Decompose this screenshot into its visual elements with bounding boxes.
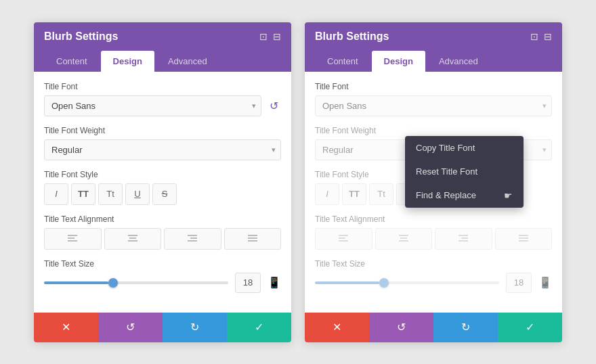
right-font-select-wrapper: Open Sans ▾ [315, 95, 552, 116]
right-panel: Blurb Settings ⊡ ⊟ Content Design Advanc… [305, 22, 562, 342]
svg-rect-6 [188, 235, 197, 236]
right-slider-thumb[interactable] [379, 278, 389, 288]
right-text-size-group: Title Text Size 📱 [315, 259, 552, 293]
left-font-weight-group: Title Font Weight Regular ▾ [44, 126, 281, 160]
panels-wrapper: Blurb Settings ⊡ ⊟ Content Design Advanc… [14, 2, 582, 363]
svg-rect-12 [339, 235, 348, 236]
right-slider-track[interactable] [315, 281, 499, 284]
context-menu: Copy Title Font Reset Title Font Find & … [405, 136, 524, 208]
collapse-icon[interactable]: ⊟ [273, 31, 281, 42]
left-font-select-wrapper: Open Sans ▾ [44, 95, 261, 116]
left-weight-select[interactable]: Regular [44, 139, 281, 160]
left-slider-track[interactable] [44, 281, 228, 284]
left-align-right-button[interactable] [164, 228, 221, 250]
right-align-left-button[interactable] [315, 228, 372, 250]
left-tab-content[interactable]: Content [44, 51, 100, 72]
svg-rect-9 [248, 235, 257, 236]
right-italic-button[interactable]: I [315, 183, 339, 205]
right-titlecase-button[interactable]: Tt [369, 183, 393, 205]
svg-rect-11 [248, 240, 257, 242]
maximize-icon[interactable]: ⊡ [259, 31, 268, 42]
svg-rect-1 [68, 237, 74, 239]
right-font-weight-label: Title Font Weight [315, 126, 552, 135]
left-align-left-button[interactable] [44, 228, 102, 250]
right-close-button[interactable]: ✕ [305, 313, 369, 342]
right-panel-title: Blurb Settings [315, 30, 389, 43]
right-align-justify-button[interactable] [495, 228, 553, 250]
left-panel: Blurb Settings ⊡ ⊟ Content Design Advanc… [34, 22, 291, 342]
right-redo-button[interactable]: ↻ [433, 313, 498, 342]
reset-title-font-label: Reset Title Font [416, 166, 477, 177]
left-save-button[interactable]: ✓ [227, 313, 291, 342]
right-size-input[interactable] [506, 273, 532, 293]
left-panel-header: Blurb Settings ⊡ ⊟ [34, 22, 291, 51]
copy-title-font-item[interactable]: Copy Title Font [405, 136, 524, 160]
svg-rect-7 [190, 237, 197, 239]
svg-rect-20 [459, 240, 468, 242]
left-close-button[interactable]: ✕ [34, 313, 98, 342]
left-undo-button[interactable]: ↺ [98, 313, 163, 342]
left-size-input[interactable] [235, 273, 261, 293]
left-panel-title: Blurb Settings [44, 30, 118, 43]
left-text-size-label: Title Text Size [44, 259, 281, 269]
svg-rect-3 [128, 235, 137, 236]
svg-rect-10 [248, 237, 257, 239]
left-align-center-button[interactable] [104, 228, 162, 250]
left-strikethrough-button[interactable]: S [152, 183, 177, 205]
find-replace-item[interactable]: Find & Replace ☛ [405, 183, 524, 208]
svg-rect-16 [400, 237, 407, 239]
svg-rect-19 [461, 237, 468, 239]
left-font-reset-button[interactable]: ↺ [267, 97, 281, 115]
left-title-font-label: Title Font [44, 82, 281, 91]
right-font-select[interactable]: Open Sans [315, 95, 552, 116]
left-uppercase-button[interactable]: TT [71, 183, 95, 205]
left-italic-button[interactable]: I [44, 183, 68, 205]
svg-rect-2 [68, 240, 77, 242]
left-text-size-group: Title Text Size 📱 [44, 259, 281, 293]
svg-rect-0 [68, 235, 77, 236]
left-tab-advanced[interactable]: Advanced [156, 51, 219, 72]
reset-title-font-item[interactable]: Reset Title Font [405, 160, 524, 183]
right-maximize-icon[interactable]: ⊡ [530, 31, 538, 42]
right-slider-fill [315, 281, 379, 284]
right-panel-footer: ✕ ↺ ↻ ✓ [305, 313, 562, 342]
left-align-justify-button[interactable] [224, 228, 282, 250]
left-tab-design[interactable]: Design [101, 51, 154, 72]
left-font-weight-label: Title Font Weight [44, 126, 281, 135]
right-collapse-icon[interactable]: ⊟ [544, 31, 552, 42]
left-size-row: 📱 [44, 273, 281, 293]
left-font-row: Open Sans ▾ ↺ [44, 95, 281, 116]
right-text-size-label: Title Text Size [315, 259, 552, 269]
right-text-align-group: Title Text Alignment [315, 214, 552, 250]
left-underline-button[interactable]: U [125, 183, 150, 205]
left-redo-button[interactable]: ↻ [163, 313, 227, 342]
left-slider-fill [44, 281, 108, 284]
svg-rect-14 [339, 240, 348, 242]
left-font-select[interactable]: Open Sans [44, 95, 261, 116]
left-slider-wrapper [44, 276, 228, 290]
right-align-center-button[interactable] [375, 228, 433, 250]
svg-rect-5 [128, 240, 137, 242]
cursor-icon: ☛ [504, 190, 513, 201]
right-tabs: Content Design Advanced [305, 51, 562, 72]
right-uppercase-button[interactable]: TT [342, 183, 366, 205]
right-slider-wrapper [315, 276, 499, 290]
svg-rect-21 [519, 235, 528, 236]
left-style-buttons: I TT Tt U S [44, 183, 281, 205]
right-save-button[interactable]: ✓ [498, 313, 562, 342]
left-slider-thumb[interactable] [108, 278, 118, 288]
right-align-right-button[interactable] [435, 228, 492, 250]
left-weight-select-wrapper: Regular ▾ [44, 139, 281, 160]
right-text-align-label: Title Text Alignment [315, 214, 552, 224]
right-tab-advanced[interactable]: Advanced [427, 51, 490, 72]
right-size-row: 📱 [315, 273, 552, 293]
left-titlecase-button[interactable]: Tt [98, 183, 123, 205]
right-tab-design[interactable]: Design [372, 51, 425, 72]
svg-rect-18 [459, 235, 468, 236]
right-undo-button[interactable]: ↺ [369, 313, 433, 342]
right-tab-content[interactable]: Content [315, 51, 370, 72]
svg-rect-13 [339, 237, 345, 239]
find-replace-label: Find & Replace [416, 190, 476, 200]
left-title-font-group: Title Font Open Sans ▾ ↺ [44, 82, 281, 116]
left-tabs: Content Design Advanced [34, 51, 291, 72]
